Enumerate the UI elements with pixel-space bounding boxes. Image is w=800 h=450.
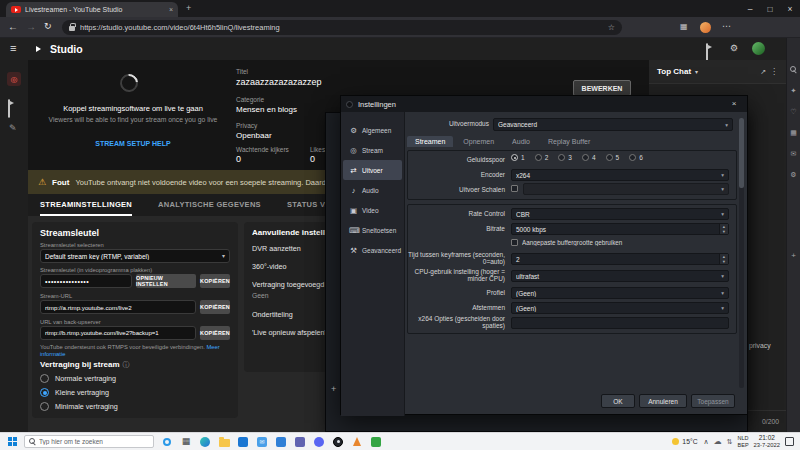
custom-buffer-checkbox[interactable] (511, 239, 518, 246)
audio-track-4[interactable]: 4 (582, 154, 596, 161)
obs-dialog-titlebar[interactable]: Instellingen × (341, 96, 747, 112)
sidebar-discover-icon[interactable]: ✦ (791, 87, 797, 94)
new-tab-button[interactable]: + (186, 4, 191, 13)
onedrive-cloud-icon[interactable]: ☁ (714, 438, 722, 446)
audio-track-1[interactable]: 1 (511, 154, 525, 161)
copy-key-button[interactable]: KOPIËREN (200, 274, 230, 288)
tray-chevron-icon[interactable]: ∧ (704, 438, 709, 445)
cancel-button[interactable]: Annuleren (639, 394, 687, 408)
reload-icon[interactable]: ↻ (44, 22, 52, 31)
taskbar-app-icon[interactable] (236, 435, 250, 449)
rate-control-select[interactable]: CBR ▾ (511, 208, 729, 220)
obs-dialog-close-icon[interactable]: × (726, 100, 742, 108)
action-center-icon[interactable] (785, 437, 794, 446)
language-indicator[interactable]: NLD BEP (738, 435, 749, 448)
audio-track-3[interactable]: 3 (558, 154, 572, 161)
obs-tab-replay-buffer[interactable]: Replay Buffer (540, 136, 598, 147)
clock[interactable]: 21:02 23-7-2022 (754, 434, 780, 448)
obs-tab-audio[interactable]: Audio (504, 136, 538, 147)
spin-down-icon[interactable]: ▾ (720, 259, 728, 264)
tab-stream-settings[interactable]: STREAMINSTELLINGEN (40, 194, 132, 216)
live-dashboard-icon[interactable]: ◎ (7, 72, 21, 86)
chat-popout-icon[interactable]: ↗ (760, 68, 766, 75)
apply-button[interactable]: Toepassen (691, 394, 735, 408)
tab-analytics[interactable]: ANALYTISCHE GEGEVENS (158, 194, 261, 216)
taskbar-app-icon[interactable] (274, 435, 288, 449)
browser-menu-icon[interactable]: ⋯ (722, 22, 731, 31)
copy-backup-url-button[interactable]: KOPIËREN (200, 326, 230, 340)
obs-nav-output[interactable]: ⇄Uitvoer (343, 160, 402, 180)
taskbar-search-box[interactable]: Typ hier om te zoeken (24, 435, 154, 448)
obs-tab-recording[interactable]: Opnemen (455, 136, 502, 147)
taskbar-app-icon[interactable] (369, 435, 383, 449)
obs-scrollbar-thumb[interactable] (739, 118, 744, 188)
latency-option-ultra-low[interactable]: Minimale vertraging (40, 402, 118, 411)
obs-nav-hotkeys[interactable]: ⌨Sneltoetsen (343, 220, 402, 240)
forward-icon[interactable]: → (26, 22, 36, 32)
profile-select[interactable]: (Geen) ▾ (511, 287, 729, 299)
stream-key-select[interactable]: Default stream key (RTMP, variabel) ▾ (40, 249, 230, 263)
start-button[interactable] (0, 435, 24, 449)
audio-track-5[interactable]: 5 (606, 154, 620, 161)
obs-nav-general[interactable]: ⚙Algemeen (343, 120, 402, 140)
stream-key-field[interactable]: ••••••••••••••• (40, 274, 132, 288)
rescale-checkbox[interactable] (511, 185, 518, 192)
back-icon[interactable]: ← (8, 22, 18, 32)
obs-nav-stream[interactable]: ◎Stream (343, 140, 402, 160)
taskbar-weather[interactable]: 15°C (672, 438, 697, 445)
taskbar-app-icon[interactable] (293, 435, 307, 449)
stream-setup-help-link[interactable]: STREAM SETUP HELP (38, 140, 228, 147)
taskbar-app-icon[interactable] (160, 435, 174, 449)
collections-icon[interactable]: ▦ (680, 23, 688, 31)
hamburger-menu-icon[interactable]: ≡ (10, 43, 16, 54)
sidebar-outlook-icon[interactable]: ✉ (791, 150, 797, 157)
stream-url-field[interactable]: rtmp://a.rtmp.youtube.com/live2 (40, 300, 196, 314)
settings-gear-icon[interactable]: ⚙ (730, 44, 738, 53)
cpu-preset-select[interactable]: ultrafast ▾ (511, 270, 729, 282)
account-avatar[interactable] (752, 42, 765, 55)
encoder-select[interactable]: x264 ▾ (511, 169, 729, 181)
audio-track-2[interactable]: 2 (535, 154, 549, 161)
spin-down-icon[interactable]: ▾ (720, 229, 728, 234)
reset-key-button[interactable]: OPNIEUW INSTELLEN (136, 274, 196, 288)
sidebar-collections-icon[interactable]: ▦ (790, 129, 797, 136)
taskbar-app-icon[interactable] (312, 435, 326, 449)
address-bar[interactable]: https://studio.youtube.com/video/6t4Ht6h… (62, 20, 622, 35)
latency-option-low[interactable]: Kleine vertraging (40, 388, 109, 397)
keyframe-spinbox[interactable]: 2 ▴▾ (511, 253, 729, 265)
chat-mode-caret-icon[interactable]: ▾ (695, 69, 698, 75)
obs-tab-streaming[interactable]: Streamen (407, 136, 453, 147)
taskbar-app-icon[interactable] (331, 435, 345, 449)
backup-url-field[interactable]: rtmp://b.rtmp.youtube.com/live2?backup=1 (40, 326, 196, 340)
x264-options-input[interactable] (511, 317, 729, 329)
chat-menu-icon[interactable]: ⋮ (770, 68, 778, 76)
tab-close-icon[interactable]: × (169, 6, 173, 13)
edit-pencil-icon[interactable]: ✎ (9, 124, 17, 133)
taskbar-app-icon[interactable] (350, 435, 364, 449)
task-view-icon[interactable]: ▦ (179, 435, 193, 449)
output-mode-select[interactable]: Geavanceerd ▾ (493, 118, 733, 131)
taskbar-app-icon[interactable] (217, 435, 231, 449)
content-icon[interactable] (8, 99, 10, 118)
browser-tab[interactable]: Livestreamen - YouTube Studio × (6, 2, 178, 17)
browser-profile-avatar[interactable] (700, 22, 711, 33)
close-button[interactable]: × (780, 0, 800, 17)
taskbar-app-icon[interactable] (198, 435, 212, 449)
bitrate-spinbox[interactable]: 5000 kbps ▴▾ (511, 223, 729, 235)
sidebar-favorites-icon[interactable]: ♡ (790, 108, 796, 115)
latency-option-normal[interactable]: Normale vertraging (40, 374, 116, 383)
taskbar-app-icon[interactable]: ✉ (255, 435, 269, 449)
audio-track-6[interactable]: 6 (629, 154, 643, 161)
copy-stream-url-button[interactable]: KOPIËREN (200, 300, 230, 314)
ok-button[interactable]: OK (601, 394, 635, 408)
minimize-button[interactable]: – (740, 0, 760, 17)
tune-select[interactable]: (Geen) ▾ (511, 302, 729, 314)
sidebar-tools-icon[interactable]: ⚙ (790, 171, 796, 178)
bookmark-star-icon[interactable]: ☆ (608, 24, 615, 32)
edit-button[interactable]: BEWERKEN (573, 80, 631, 96)
maximize-button[interactable]: □ (760, 0, 780, 17)
obs-add-source-button[interactable]: + (331, 385, 336, 394)
network-icon[interactable]: ⇅ (727, 438, 733, 445)
sidebar-search-icon[interactable] (790, 66, 797, 73)
obs-scrollbar[interactable] (739, 118, 744, 388)
